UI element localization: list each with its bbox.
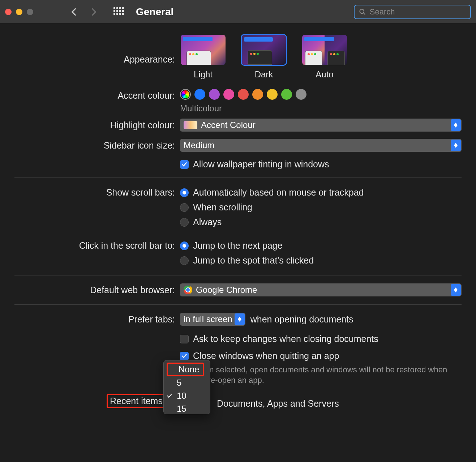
scroll-always-radio[interactable] [180,218,189,227]
svg-marker-9 [238,319,241,322]
ask-keep-changes-label: Ask to keep changes when closing documen… [193,334,378,344]
prefer-tabs-popup[interactable]: in full screen [180,313,245,326]
accent-graphite[interactable] [296,89,306,100]
appearance-label: Appearance: [14,34,180,65]
search-input[interactable] [370,7,466,17]
appearance-option-dark-label: Dark [255,69,273,80]
divider [14,177,462,178]
appearance-option-auto[interactable]: Auto [301,34,348,80]
preferences-body: Appearance: Light [0,24,476,443]
close-windows-hint: When selected, open documents and window… [193,365,453,385]
window-title: General [136,6,173,18]
default-browser-value: Google Chrome [196,285,257,295]
recent-items-menu-15[interactable]: 15 [164,402,210,414]
appearance-option-light-label: Light [194,69,213,80]
preferences-window: General Appearance: Light [0,0,476,462]
recent-items-label: Recent items: [107,394,168,408]
accent-multicolour[interactable] [180,89,191,100]
recent-items-menu: None 5 10 15 [163,360,210,414]
scroll-always-label: Always [193,217,222,227]
scroll-when-label: When scrolling [193,202,252,213]
svg-point-0 [360,9,364,13]
nav-buttons [69,7,123,17]
wallpaper-tinting-checkbox[interactable] [180,160,189,169]
sidebar-icon-size-label: Sidebar icon size: [14,139,180,151]
sidebar-icon-size-value: Medium [184,140,214,150]
highlight-gradient-icon [184,121,197,129]
divider [14,275,462,275]
accent-colour-row [180,89,462,100]
updown-icon [451,284,461,296]
window-controls [5,9,33,15]
appearance-option-light[interactable]: Light [180,34,226,80]
svg-marker-5 [454,145,458,148]
show-scroll-bars-label: Show scroll bars: [14,186,180,198]
svg-marker-4 [454,143,458,145]
default-browser-label: Default web browser: [14,283,180,295]
appearance-option-dark[interactable]: Dark [241,34,287,80]
prefer-tabs-suffix: when opening documents [250,314,353,325]
prefer-tabs-value: in full screen [184,314,232,324]
default-browser-popup[interactable]: Google Chrome [180,283,462,296]
recent-items-menu-5[interactable]: 5 [164,376,210,389]
svg-marker-8 [238,317,241,319]
click-scroll-label: Click in the scroll bar to: [14,239,180,251]
appearance-option-auto-label: Auto [316,69,333,80]
prefer-tabs-label: Prefer tabs: [14,313,180,325]
accent-blue[interactable] [194,89,205,100]
close-windows-label: Close windows when quitting an app [193,351,339,361]
chrome-icon [184,286,192,294]
updown-icon [451,119,461,131]
click-spot-radio[interactable] [180,256,189,265]
highlight-colour-popup[interactable]: Accent Colour [180,119,462,132]
wallpaper-tinting-label: Allow wallpaper tinting in windows [193,159,329,170]
search-field[interactable] [354,5,471,19]
click-next-page-radio[interactable] [180,241,189,250]
search-icon [359,8,366,16]
accent-colour-label: Accent colour: [14,89,180,101]
svg-line-1 [363,13,365,14]
highlight-colour-value: Accent Colour [201,120,256,130]
svg-marker-6 [454,287,458,290]
close-windows-checkbox[interactable] [180,352,189,360]
accent-orange[interactable] [252,89,263,100]
titlebar: General [0,0,476,24]
divider [14,304,462,305]
accent-caption: Multicolour [180,103,462,114]
click-spot-label: Jump to the spot that's clicked [193,255,314,266]
close-window-button[interactable] [5,9,12,15]
highlight-colour-label: Highlight colour: [14,119,180,131]
accent-pink[interactable] [223,89,234,100]
svg-marker-7 [454,290,458,292]
show-all-button[interactable] [113,7,123,17]
accent-purple[interactable] [209,89,220,100]
svg-marker-3 [454,125,458,128]
recent-items-menu-none[interactable]: None [164,363,210,376]
recent-items-menu-10[interactable]: 10 [164,389,210,402]
click-next-page-label: Jump to the next page [193,240,282,251]
updown-icon [451,140,461,151]
minimize-window-button[interactable] [16,9,22,15]
zoom-window-button[interactable] [27,9,33,15]
accent-yellow[interactable] [267,89,278,100]
checkmark-icon [167,391,172,401]
recent-items-suffix: Documents, Apps and Servers [217,398,339,409]
back-button[interactable] [69,7,79,17]
accent-red[interactable] [238,89,249,100]
accent-green[interactable] [281,89,292,100]
updown-icon [235,313,245,325]
scroll-auto-label: Automatically based on mouse or trackpad [193,187,364,198]
ask-keep-changes-checkbox[interactable] [180,335,189,343]
forward-button[interactable] [89,7,98,17]
scroll-auto-radio[interactable] [180,188,189,197]
scroll-when-radio[interactable] [180,203,189,212]
svg-marker-2 [454,123,458,125]
sidebar-icon-size-popup[interactable]: Medium [180,139,462,152]
